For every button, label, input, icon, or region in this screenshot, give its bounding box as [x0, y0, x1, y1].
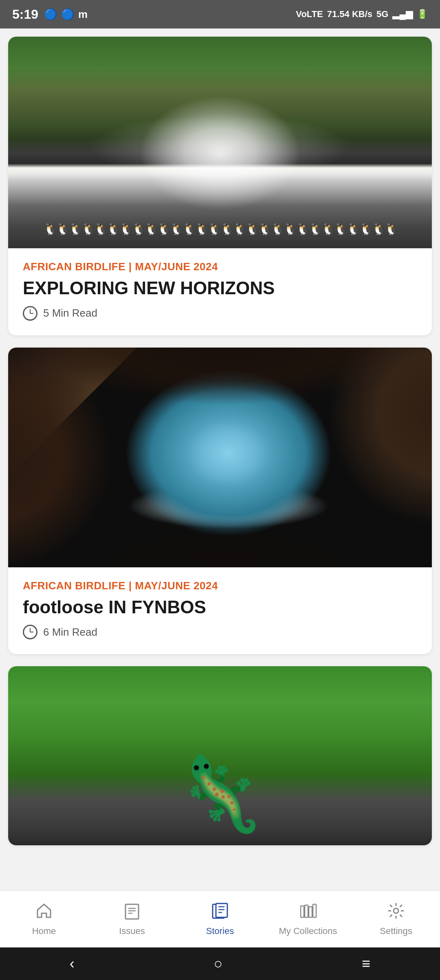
signal-bars: ▂▄▆: [392, 9, 413, 20]
stories-icon: [211, 902, 229, 923]
article-image-1: [8, 37, 432, 248]
status-icon-chrome2: 🔵: [61, 8, 74, 21]
svg-rect-3: [301, 906, 304, 917]
svg-rect-4: [305, 905, 308, 917]
signal-volte: VoLTE: [296, 9, 323, 20]
card-info-1: AFRICAN BIRDLIFE | May/June 2024 EXPLORI…: [8, 248, 432, 335]
nav-label-settings: Settings: [380, 926, 412, 936]
home-icon: [35, 902, 53, 923]
battery-icon: 🔋: [417, 9, 428, 20]
article-card-2[interactable]: AFRICAN BIRDLIFE | May/June 2024 footloo…: [8, 348, 432, 654]
status-bar: 5:19 🔵 🔵 m VoLTE 71.54 KB/s 5G ▂▄▆ 🔋: [0, 0, 440, 28]
article-card-1[interactable]: AFRICAN BIRDLIFE | May/June 2024 EXPLORI…: [8, 37, 432, 335]
status-icon-m: m: [78, 8, 88, 21]
status-right: VoLTE 71.54 KB/s 5G ▂▄▆ 🔋: [296, 9, 428, 20]
article-image-2: [8, 348, 432, 567]
status-icons: 🔵 🔵 m: [44, 8, 88, 21]
clock-icon-1: [23, 306, 37, 321]
nav-item-collections[interactable]: My Collections: [264, 891, 352, 947]
main-content: AFRICAN BIRDLIFE | May/June 2024 EXPLORI…: [0, 28, 440, 955]
nav-label-collections: My Collections: [279, 926, 337, 936]
nav-label-stories: Stories: [206, 926, 234, 936]
status-time: 5:19: [12, 7, 38, 22]
back-button[interactable]: ‹: [70, 955, 75, 972]
svg-rect-0: [125, 904, 139, 919]
svg-point-7: [394, 908, 398, 913]
article-meta-1: 5 Min Read: [23, 306, 417, 321]
article-image-3: [8, 666, 432, 845]
nav-item-issues[interactable]: Issues: [88, 891, 176, 947]
svg-rect-2: [216, 903, 227, 917]
svg-rect-6: [313, 904, 316, 917]
nav-item-home[interactable]: Home: [0, 891, 88, 947]
nav-label-home: Home: [32, 926, 56, 936]
system-nav: ‹ ○ ≡: [0, 947, 440, 980]
status-left: 5:19 🔵 🔵 m: [12, 7, 88, 22]
nav-item-stories[interactable]: Stories: [176, 891, 264, 947]
article-title-2: footloose IN FYNBOS: [23, 597, 417, 618]
article-publication-1: AFRICAN BIRDLIFE | May/June 2024: [23, 260, 417, 273]
status-icon-chrome: 🔵: [44, 8, 57, 21]
card-info-2: AFRICAN BIRDLIFE | May/June 2024 footloo…: [8, 567, 432, 654]
home-button[interactable]: ○: [214, 955, 223, 972]
collections-icon: [299, 902, 317, 923]
menu-button[interactable]: ≡: [362, 955, 370, 972]
clock-icon-2: [23, 625, 37, 639]
article-publication-2: AFRICAN BIRDLIFE | May/June 2024: [23, 580, 417, 592]
nav-label-issues: Issues: [119, 926, 145, 936]
issues-icon: [123, 902, 141, 923]
bottom-nav: Home Issues Stories: [0, 890, 440, 947]
article-title-1: EXPLORING NEW HORIZONS: [23, 278, 417, 299]
article-card-3[interactable]: [8, 666, 432, 845]
svg-rect-5: [309, 907, 312, 917]
article-meta-2: 6 Min Read: [23, 625, 417, 639]
read-time-2: 6 Min Read: [43, 626, 97, 639]
data-speed: 71.54 KB/s: [327, 9, 372, 20]
read-time-1: 5 Min Read: [43, 307, 97, 319]
nav-item-settings[interactable]: Settings: [352, 891, 440, 947]
settings-icon: [387, 902, 405, 923]
network-5g: 5G: [376, 9, 388, 20]
